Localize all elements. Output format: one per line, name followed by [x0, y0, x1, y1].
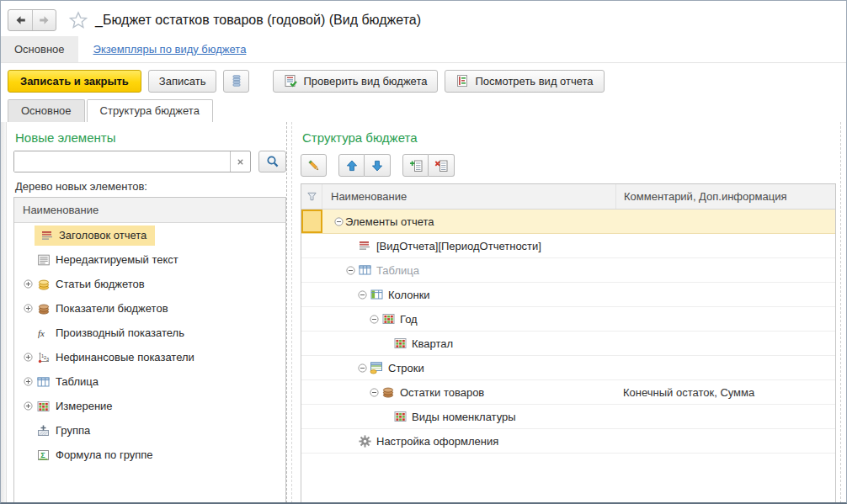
list-stack-icon: [231, 75, 242, 87]
tree-item-label: Группа: [56, 424, 90, 437]
structure-row[interactable]: Год: [301, 307, 835, 332]
new-element-item[interactable]: 123Нефинансовые показатели: [14, 345, 285, 369]
new-element-item[interactable]: Группа: [14, 418, 285, 443]
selected-item-highlight: Заголовок отчета: [35, 225, 155, 246]
move-down-button[interactable]: [365, 154, 391, 177]
flag-column-header[interactable]: [301, 184, 322, 209]
tree-item-label: Показатели бюджетов: [56, 302, 168, 315]
command-toolbar: Записать и закрыть Записать Проверить ви…: [1, 63, 846, 98]
gear-icon: [357, 434, 372, 448]
comment-column-header[interactable]: Комментарий, Доп.информация: [615, 184, 835, 209]
panel-splitter[interactable]: [286, 122, 292, 503]
new-element-item[interactable]: Показатели бюджетов: [14, 296, 285, 321]
structure-row-label: Квартал: [412, 337, 453, 350]
row-comment-cell: [615, 405, 835, 428]
row-name-cell: [ВидОтчета][ПериодОтчетности]: [322, 234, 615, 257]
right-splitter[interactable]: [840, 122, 841, 503]
structure-row-label: Виды номенклатуры: [412, 411, 516, 423]
add-remove-group: [402, 154, 455, 177]
clear-x-icon: [237, 158, 244, 166]
preview-report-label: Посмотреть вид отчета: [475, 75, 593, 88]
save-button[interactable]: Записать: [148, 70, 217, 93]
structure-row[interactable]: Колонки: [301, 283, 835, 307]
new-element-item[interactable]: Заголовок отчета: [14, 223, 285, 247]
expand-plus-icon[interactable]: [22, 401, 35, 411]
doc-add-icon: [409, 159, 423, 172]
check-budget-view-label: Проверить вид бюджета: [303, 75, 427, 88]
new-elements-column-header[interactable]: Наименование: [14, 198, 285, 223]
coins-brown-icon: [381, 385, 396, 399]
expand-plus-icon[interactable]: [22, 279, 35, 289]
delete-row-button[interactable]: [429, 154, 455, 177]
row-flag-cell: [301, 429, 322, 453]
expand-plus-icon[interactable]: [22, 304, 35, 313]
expand-minus-icon[interactable]: [344, 266, 357, 275]
forward-arrow-icon: [38, 14, 51, 26]
row-flag-cell: [301, 307, 322, 331]
structure-row[interactable]: Настройка оформления: [301, 429, 835, 454]
row-name-cell: Таблица: [322, 258, 615, 282]
structure-table: Наименование Комментарий, Доп.информация…: [301, 183, 836, 503]
favorite-star-icon[interactable]: [68, 10, 88, 30]
structure-row-label: Колонки: [388, 289, 430, 301]
row-flag-cell: [301, 356, 322, 379]
new-element-item[interactable]: Нередактируемый текст: [14, 247, 285, 272]
structure-row[interactable]: Квартал: [301, 332, 835, 356]
expand-minus-icon[interactable]: [356, 363, 369, 373]
expand-minus-icon[interactable]: [368, 388, 381, 397]
new-element-item[interactable]: Измерение: [14, 394, 285, 418]
expand-minus-icon[interactable]: [356, 290, 369, 300]
section-tab-main[interactable]: Основное: [1, 36, 78, 62]
preview-report-button[interactable]: Посмотреть вид отчета: [445, 70, 604, 93]
form-tabstrip: Основное Структура бюджета: [1, 98, 846, 122]
new-elements-tree-label: Дерево новых элементов:: [15, 180, 286, 193]
structure-row[interactable]: Таблица: [301, 258, 835, 283]
row-comment-cell: [615, 210, 835, 233]
group-plus-icon: [36, 424, 51, 438]
row-comment-cell: [615, 258, 835, 282]
search-clear-button[interactable]: [230, 151, 250, 172]
content-area: Новые элементы Дерево новых элемент: [1, 122, 846, 503]
svg-text:Σ: Σ: [40, 451, 45, 459]
expand-plus-icon[interactable]: [22, 353, 35, 362]
back-button[interactable]: [8, 10, 32, 30]
new-elements-panel: Новые элементы Дерево новых элемент: [7, 122, 286, 503]
structure-row[interactable]: Виды номенклатуры: [301, 405, 835, 429]
check-budget-view-button[interactable]: Проверить вид бюджета: [273, 70, 438, 93]
row-name-cell: Строки: [322, 356, 615, 379]
structure-row[interactable]: Строки: [301, 356, 835, 380]
tab-budget-structure[interactable]: Структура бюджета: [87, 99, 213, 122]
add-row-button[interactable]: [402, 154, 429, 177]
name-column-header[interactable]: Наименование: [322, 184, 615, 209]
new-element-item[interactable]: Статьи бюджетов: [14, 272, 285, 296]
pencil-icon: [307, 159, 321, 172]
structure-row-label: Таблица: [376, 264, 419, 277]
search-input[interactable]: [14, 151, 230, 172]
save-and-close-button[interactable]: Записать и закрыть: [8, 70, 141, 93]
budget-instances-link[interactable]: Экземпляры по виду бюджета: [93, 43, 247, 56]
row-name-cell: Настройка оформления: [322, 429, 615, 453]
page-title: _Бюджет остатков товаров (годовой) (Вид …: [95, 13, 421, 28]
structure-row[interactable]: Элементы отчета: [301, 210, 835, 234]
new-element-item[interactable]: fxПроизводный показатель: [14, 321, 285, 345]
forward-button[interactable]: [32, 10, 56, 30]
table-cols-icon: [369, 288, 384, 301]
list-stack-button[interactable]: [223, 70, 249, 93]
structure-row[interactable]: Остатки товаровКонечный остаток, Сумма: [301, 380, 835, 405]
structure-row[interactable]: [ВидОтчета][ПериодОтчетности]: [301, 234, 835, 258]
new-elements-tree: Наименование Заголовок отчетаНередактиру…: [13, 197, 286, 503]
search-button[interactable]: [258, 151, 286, 172]
edit-button[interactable]: [301, 154, 327, 177]
structure-row-label: Строки: [388, 362, 424, 374]
tab-main[interactable]: Основное: [8, 99, 85, 122]
structure-toolbar: [301, 154, 836, 177]
new-element-item[interactable]: Таблица: [14, 369, 285, 394]
expand-minus-icon[interactable]: [333, 217, 345, 226]
structure-row-label: Элементы отчета: [345, 215, 434, 228]
new-element-item[interactable]: ΣФормула по группе: [14, 443, 285, 467]
row-name-cell: Год: [322, 307, 615, 331]
move-up-button[interactable]: [338, 154, 365, 177]
table-rows-icon: [369, 361, 384, 374]
expand-minus-icon[interactable]: [368, 315, 381, 324]
expand-plus-icon[interactable]: [22, 377, 35, 386]
